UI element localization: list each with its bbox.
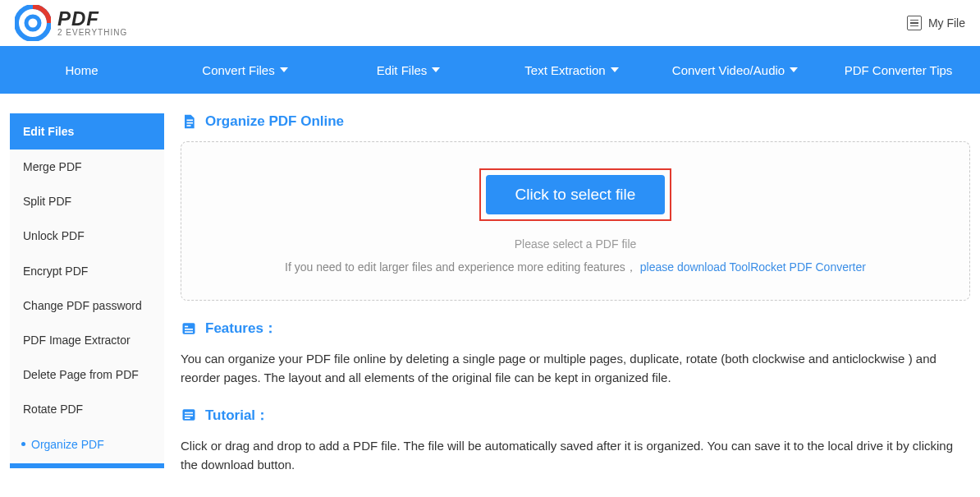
svg-rect-12 <box>185 417 190 419</box>
main-nav: Home Convert Files Edit Files Text Extra… <box>0 46 980 94</box>
sidebar-item-split-pdf[interactable]: Split PDF <box>10 184 164 219</box>
svg-rect-4 <box>187 125 191 127</box>
top-bar: PDF 2 EVERYTHING My File <box>0 0 980 46</box>
sidebar-accent-bar <box>10 463 164 468</box>
sidebar-item-merge-pdf[interactable]: Merge PDF <box>10 150 164 184</box>
page-title-row: Organize PDF Online <box>181 113 970 130</box>
logo[interactable]: PDF 2 EVERYTHING <box>15 5 127 41</box>
dropzone-note: If you need to edit larger files and exp… <box>198 260 953 275</box>
tutorial-icon <box>181 407 197 423</box>
svg-rect-8 <box>185 331 193 333</box>
features-heading-row: Features： <box>181 319 970 338</box>
sidebar-item-delete-page[interactable]: Delete Page from PDF <box>10 357 164 392</box>
svg-rect-3 <box>187 122 194 124</box>
sidebar-item-change-pdf-password[interactable]: Change PDF password <box>10 288 164 323</box>
my-file-button[interactable]: My File <box>907 16 965 30</box>
my-file-label: My File <box>928 16 965 30</box>
tutorial-body: Click or drag and drop to add a PDF file… <box>181 436 970 475</box>
sidebar-item-encrypt-pdf[interactable]: Encrypt PDF <box>10 254 164 288</box>
sidebar-item-organize-pdf[interactable]: Organize PDF <box>10 427 164 462</box>
features-body: You can organize your PDF file online by… <box>181 349 970 388</box>
logo-title: PDF <box>57 9 127 29</box>
nav-text-extraction[interactable]: Text Extraction <box>490 46 653 94</box>
svg-rect-6 <box>185 325 188 327</box>
nav-label: Edit Files <box>377 63 428 77</box>
sidebar-item-pdf-image-extractor[interactable]: PDF Image Extractor <box>10 323 164 357</box>
chevron-down-icon <box>611 67 619 72</box>
dropzone-note-text: If you need to edit larger files and exp… <box>285 260 637 274</box>
nav-pdf-converter-tips[interactable]: PDF Converter Tips <box>817 46 980 94</box>
chevron-down-icon <box>790 67 798 72</box>
nav-label: Convert Files <box>202 63 274 77</box>
nav-convert-files[interactable]: Convert Files <box>163 46 327 94</box>
page-body: Edit Files Merge PDF Split PDF Unlock PD… <box>0 94 980 492</box>
nav-label: Home <box>65 63 98 77</box>
download-converter-link[interactable]: please download ToolRocket PDF Converter <box>640 260 866 274</box>
svg-rect-2 <box>187 120 194 122</box>
tutorial-heading-row: Tutorial： <box>181 406 970 425</box>
svg-rect-10 <box>185 412 193 414</box>
svg-point-1 <box>26 16 39 30</box>
svg-rect-11 <box>185 415 193 416</box>
file-list-icon <box>907 16 922 30</box>
sidebar: Edit Files Merge PDF Split PDF Unlock PD… <box>10 113 164 492</box>
nav-home[interactable]: Home <box>0 46 163 94</box>
page-title: Organize PDF Online <box>205 113 344 130</box>
nav-convert-video-audio[interactable]: Convert Video/Audio <box>653 46 817 94</box>
select-file-hint: Please select a PDF file <box>198 237 953 251</box>
logo-subtitle: 2 EVERYTHING <box>57 29 127 37</box>
nav-label: Convert Video/Audio <box>672 63 785 77</box>
sidebar-item-rotate-pdf[interactable]: Rotate PDF <box>10 392 164 426</box>
logo-mark-icon <box>15 5 51 41</box>
svg-rect-7 <box>185 329 193 330</box>
logo-text: PDF 2 EVERYTHING <box>57 9 127 37</box>
file-dropzone[interactable]: Click to select file Please select a PDF… <box>181 141 970 301</box>
sidebar-list: Merge PDF Split PDF Unlock PDF Encrypt P… <box>10 150 164 462</box>
main-content: Organize PDF Online Click to select file… <box>181 113 970 492</box>
document-icon <box>181 113 197 130</box>
nav-label: PDF Converter Tips <box>845 63 953 77</box>
nav-label: Text Extraction <box>524 63 605 77</box>
features-heading: Features： <box>205 319 277 338</box>
nav-edit-files[interactable]: Edit Files <box>327 46 490 94</box>
select-file-button[interactable]: Click to select file <box>486 175 666 214</box>
tutorial-heading: Tutorial： <box>205 406 269 425</box>
select-file-highlight: Click to select file <box>479 168 672 221</box>
sidebar-item-unlock-pdf[interactable]: Unlock PDF <box>10 219 164 253</box>
sidebar-title: Edit Files <box>10 113 164 150</box>
chevron-down-icon <box>432 67 440 72</box>
chevron-down-icon <box>280 67 288 72</box>
features-icon <box>181 320 197 337</box>
